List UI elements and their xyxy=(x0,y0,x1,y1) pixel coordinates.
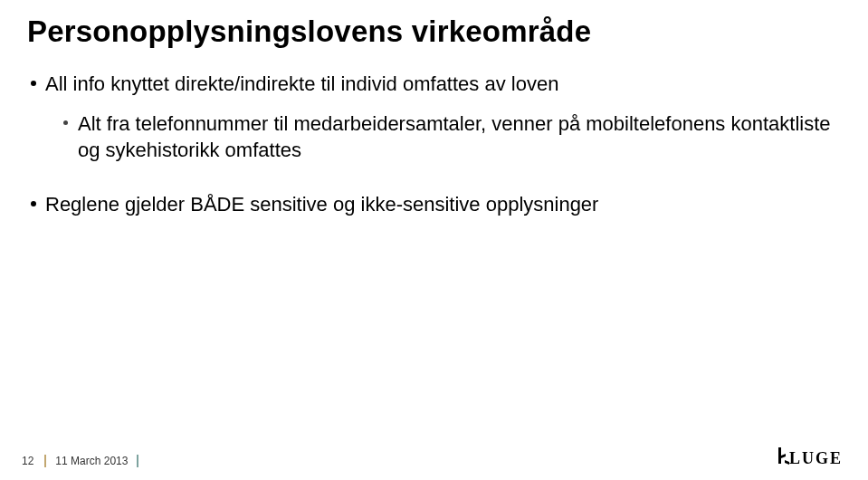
spacer xyxy=(27,169,841,191)
brand-logo-mark-icon xyxy=(778,447,789,464)
footer-separator-2 xyxy=(137,455,138,467)
bullet-item-1: All info knyttet direkte/indirekte til i… xyxy=(27,71,841,98)
footer-date: 11 March 2013 xyxy=(55,455,128,467)
brand-logo: LUGE xyxy=(761,444,843,471)
slide: Personopplysningslovens virkeområde All … xyxy=(0,0,868,480)
bullet-item-3: Reglene gjelder BÅDE sensitive og ikke-s… xyxy=(27,191,841,218)
footer-separator-1 xyxy=(44,455,46,467)
slide-title: Personopplysningslovens virkeområde xyxy=(27,14,841,49)
bullet-item-2: Alt fra telefonnummer til medarbeidersam… xyxy=(27,110,841,164)
bullet-list: All info knyttet direkte/indirekte til i… xyxy=(27,71,841,218)
brand-logo-text: LUGE xyxy=(778,447,843,468)
footer: 12 11 March 2013 xyxy=(22,455,148,467)
brand-name: LUGE xyxy=(789,449,843,468)
page-number: 12 xyxy=(22,455,33,467)
